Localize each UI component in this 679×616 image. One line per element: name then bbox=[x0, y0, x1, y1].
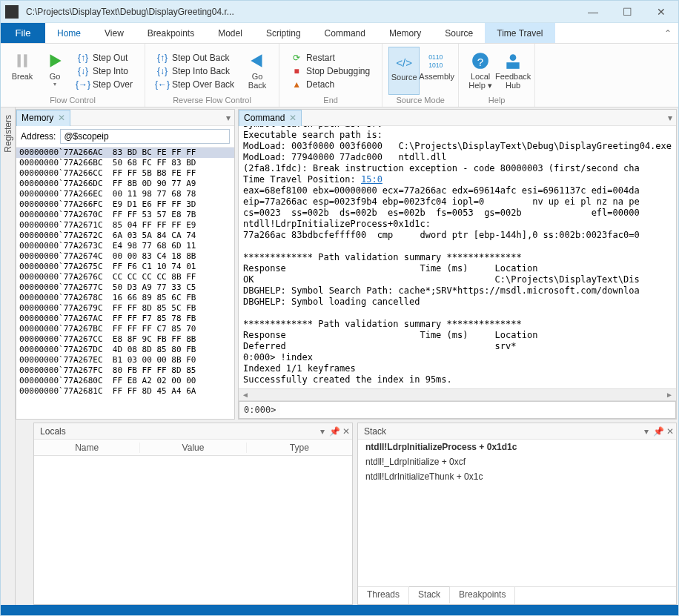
restart-icon: ⟳ bbox=[291, 53, 302, 63]
memory-row[interactable]: 00000000`77A2678C 16 66 89 85 6C FB bbox=[16, 293, 234, 303]
step-over-back-button[interactable]: {←}Step Over Back bbox=[154, 79, 237, 90]
menu-memory[interactable]: Memory bbox=[377, 23, 433, 43]
minimize-button[interactable]: — bbox=[576, 1, 610, 23]
svg-point-9 bbox=[510, 54, 517, 61]
command-output[interactable]: ********* Path validation summary ******… bbox=[239, 126, 676, 388]
memory-row[interactable]: 00000000`77A267AC FF FF F7 85 78 FB bbox=[16, 314, 234, 324]
step-into-button[interactable]: {↓}Step Into bbox=[75, 65, 136, 77]
memory-row[interactable]: 00000000`77A2676C CC CC CC CC 8B FF bbox=[16, 272, 234, 282]
memory-tab[interactable]: Memory ✕ bbox=[16, 110, 70, 126]
feedback-hub-button[interactable]: Feedback Hub bbox=[497, 47, 529, 95]
memory-row[interactable]: 00000000`77A267BC FF FF FF C7 85 70 bbox=[16, 324, 234, 334]
memory-row[interactable]: 00000000`77A2681C FF FF 8D 45 A4 6A bbox=[16, 386, 234, 397]
menu-file[interactable]: File bbox=[1, 23, 45, 43]
pin-icon[interactable]: 📌 bbox=[652, 426, 664, 437]
stack-body[interactable]: ntdll!LdrpInitializeProcess + 0x1d1cntdl… bbox=[358, 440, 676, 586]
menu-time-travel[interactable]: Time Travel bbox=[485, 23, 554, 43]
stack-row[interactable]: ntdll!LdrInitializeThunk + 0x1c bbox=[358, 469, 676, 484]
source-mode-button[interactable]: </> Source bbox=[388, 47, 420, 95]
tab-stack[interactable]: Stack bbox=[409, 586, 450, 603]
registers-sidetab[interactable]: Registers bbox=[1, 107, 16, 605]
dropdown-icon[interactable]: ▾ bbox=[317, 426, 328, 437]
source-code-icon: </> bbox=[394, 52, 414, 71]
group-end: End bbox=[285, 95, 376, 105]
menu-home[interactable]: Home bbox=[45, 23, 93, 43]
close-icon[interactable]: ✕ bbox=[289, 113, 297, 123]
stack-row[interactable]: ntdll!_LdrpInitialize + 0xcf bbox=[358, 454, 676, 469]
memory-row[interactable]: 00000000`77A266BC 50 68 FC FF 83 BD bbox=[16, 158, 234, 168]
memory-row[interactable]: 00000000`77A2672C 6A 03 5A 84 CA 74 bbox=[16, 231, 234, 241]
memory-list[interactable]: 00000000`77A266AC 83 BD BC FE FF FF00000… bbox=[16, 148, 234, 419]
stop-debugging-button[interactable]: ■Stop Debugging bbox=[288, 65, 373, 77]
local-help-button[interactable]: ? Local Help ▾ bbox=[465, 47, 496, 95]
svg-text:?: ? bbox=[477, 56, 483, 68]
step-into-back-button[interactable]: {↓}Step Into Back bbox=[154, 65, 237, 77]
col-type[interactable]: Type bbox=[247, 443, 352, 453]
menu-row: File Home View Breakpoints Model Scripti… bbox=[1, 23, 678, 44]
detach-button[interactable]: ▲Detach bbox=[288, 79, 373, 90]
memory-row[interactable]: 00000000`77A2671C 85 04 FF FF FF E9 bbox=[16, 220, 234, 231]
memory-row[interactable]: 00000000`77A266DC FF 8B 0D 90 77 A9 bbox=[16, 179, 234, 189]
menu-command[interactable]: Command bbox=[313, 23, 377, 43]
memory-row[interactable]: 00000000`77A267FC 80 FB FF FF 8D 85 bbox=[16, 365, 234, 376]
detach-icon: ▲ bbox=[291, 79, 302, 90]
scroll-right-icon[interactable]: ► bbox=[664, 390, 675, 400]
dropdown-icon[interactable]: ▾ bbox=[640, 426, 652, 437]
menu-model[interactable]: Model bbox=[206, 23, 254, 43]
menu-view[interactable]: View bbox=[93, 23, 136, 43]
scroll-left-icon[interactable]: ◄ bbox=[240, 390, 251, 400]
svg-rect-1 bbox=[24, 54, 27, 67]
col-value[interactable]: Value bbox=[140, 443, 246, 453]
step-out-back-button[interactable]: {↑}Step Out Back bbox=[154, 52, 237, 64]
tab-threads[interactable]: Threads bbox=[358, 587, 409, 604]
memory-row[interactable]: 00000000`77A266EC 00 11 98 77 68 78 bbox=[16, 189, 234, 199]
memory-row[interactable]: 00000000`77A266FC E9 D1 E6 FF FF 3D bbox=[16, 199, 234, 210]
command-input[interactable] bbox=[280, 401, 676, 419]
close-icon[interactable]: ✕ bbox=[340, 426, 352, 437]
memory-row[interactable]: 00000000`77A2673C E4 98 77 68 6D 11 bbox=[16, 241, 234, 251]
command-tab[interactable]: Command ✕ bbox=[239, 110, 302, 126]
options-icon[interactable]: ▾ bbox=[222, 113, 234, 123]
memory-row[interactable]: 00000000`77A2679C FF FF 8D 85 5C FB bbox=[16, 303, 234, 314]
memory-row[interactable]: 00000000`77A267CC E8 8F 9C FB FF 8B bbox=[16, 334, 234, 345]
locals-panel: Locals ▾ 📌 ✕ Name Value Type bbox=[33, 423, 353, 605]
pin-icon[interactable]: 📌 bbox=[328, 426, 340, 437]
horizontal-scrollbar[interactable]: ◄ ► bbox=[239, 388, 676, 400]
maximize-button[interactable]: ☐ bbox=[610, 1, 644, 23]
step-over-icon: {→} bbox=[78, 79, 88, 90]
memory-row[interactable]: 00000000`77A2674C 00 00 83 C4 18 8B bbox=[16, 251, 234, 262]
close-icon[interactable]: ✕ bbox=[58, 113, 65, 123]
time-travel-link[interactable]: 15:0 bbox=[361, 174, 382, 185]
tab-breakpoints[interactable]: Breakpoints bbox=[450, 587, 515, 604]
memory-row[interactable]: 00000000`77A266CC FF FF 5B B8 FE FF bbox=[16, 168, 234, 179]
assembly-mode-button[interactable]: 01101010 Assembly bbox=[421, 47, 452, 95]
memory-row[interactable]: 00000000`77A266AC 83 BD BC FE FF FF bbox=[16, 148, 234, 158]
ribbon-collapse-icon[interactable]: ⌃ bbox=[658, 23, 678, 43]
restart-button[interactable]: ⟳Restart bbox=[288, 52, 373, 64]
close-icon[interactable]: ✕ bbox=[664, 426, 676, 437]
break-button[interactable]: Break bbox=[7, 47, 38, 95]
stop-icon: ■ bbox=[291, 66, 302, 76]
memory-row[interactable]: 00000000`77A2680C FF E8 A2 02 00 00 bbox=[16, 376, 234, 386]
memory-row[interactable]: 00000000`77A2677C 50 D3 A9 77 33 C5 bbox=[16, 282, 234, 293]
memory-row[interactable]: 00000000`77A2670C FF FF 53 57 E8 7B bbox=[16, 210, 234, 220]
col-name[interactable]: Name bbox=[34, 443, 140, 453]
menu-breakpoints[interactable]: Breakpoints bbox=[136, 23, 206, 43]
memory-row[interactable]: 00000000`77A2675C FF F6 C1 10 74 01 bbox=[16, 262, 234, 272]
close-button[interactable]: ✕ bbox=[644, 1, 678, 23]
address-input[interactable] bbox=[60, 129, 230, 144]
menu-scripting[interactable]: Scripting bbox=[254, 23, 313, 43]
svg-text:1010: 1010 bbox=[428, 62, 443, 69]
step-over-button[interactable]: {→}Step Over bbox=[75, 79, 136, 90]
step-out-back-icon: {↑} bbox=[157, 53, 168, 63]
stack-row[interactable]: ntdll!LdrpInitializeProcess + 0x1d1c bbox=[358, 440, 676, 454]
menu-source[interactable]: Source bbox=[433, 23, 485, 43]
options-icon[interactable]: ▾ bbox=[664, 113, 676, 123]
step-out-button[interactable]: {↑}Step Out bbox=[75, 52, 136, 64]
go-back-button[interactable]: Go Back bbox=[242, 47, 273, 95]
go-button[interactable]: Go ▾ bbox=[39, 47, 70, 95]
memory-row[interactable]: 00000000`77A267DC 4D 08 8D 85 80 FB bbox=[16, 345, 234, 355]
stack-title: Stack bbox=[358, 426, 392, 437]
memory-row[interactable]: 00000000`77A267EC B1 03 00 00 8B F0 bbox=[16, 355, 234, 365]
svg-marker-3 bbox=[251, 54, 262, 67]
